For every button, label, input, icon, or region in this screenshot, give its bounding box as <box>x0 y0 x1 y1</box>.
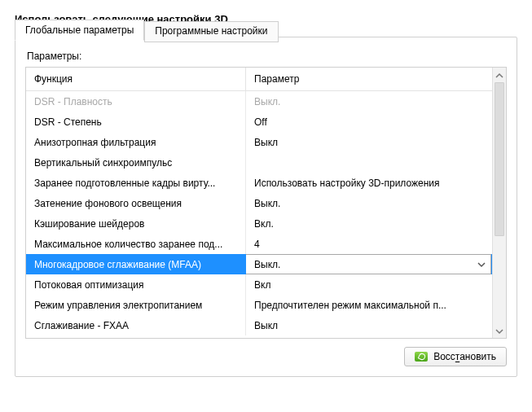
table-row[interactable]: Режим управления электропитаниемПредпочт… <box>26 295 492 315</box>
cell-parameter: Выкл <box>246 132 492 152</box>
scroll-thumb[interactable] <box>495 82 504 236</box>
scroll-up-arrow[interactable] <box>495 71 503 79</box>
settings-table: Функция Параметр DSR - ПлавностьВыкл.DSR… <box>25 67 507 339</box>
footer: Восстановить <box>25 347 507 366</box>
table-row[interactable]: Многокадровое сглаживание (MFAA)Выкл. <box>26 254 492 274</box>
table-row[interactable]: Кэширование шейдеровВкл. <box>26 213 492 234</box>
cell-parameter: Выкл <box>246 315 492 335</box>
cell-function: Режим управления электропитанием <box>26 295 246 315</box>
cell-function: Заранее подготовленные кадры вирту... <box>26 173 246 193</box>
tab-content: Глобальные параметры Программные настрой… <box>15 37 517 377</box>
params-label: Параметры: <box>27 50 507 62</box>
cell-parameter: 4 <box>246 234 492 254</box>
scroll-track[interactable] <box>493 82 506 323</box>
cell-function: Кэширование шейдеров <box>26 213 246 234</box>
vertical-scrollbar[interactable] <box>492 68 506 338</box>
table-row[interactable]: Сглаживание - FXAAВыкл <box>26 315 492 335</box>
table-row[interactable]: DSR - ПлавностьВыкл. <box>26 91 492 112</box>
table-row[interactable]: Анизотропная фильтрацияВыкл <box>26 132 492 152</box>
cell-parameter: Использовать настройку 3D-приложения <box>246 173 492 193</box>
restore-button[interactable]: Восстановить <box>404 347 507 366</box>
tabstrip: Глобальные параметры Программные настрой… <box>15 20 279 41</box>
cell-function: Многокадровое сглаживание (MFAA) <box>26 254 246 274</box>
tab-global[interactable]: Глобальные параметры <box>15 20 144 41</box>
cell-parameter: Off <box>246 112 492 132</box>
cell-parameter: Выкл. <box>246 91 492 112</box>
cell-parameter <box>246 152 492 173</box>
cell-parameter: Вкл. <box>246 213 492 234</box>
cell-function: Вертикальный синхроимпульс <box>26 152 246 173</box>
table-row[interactable]: Потоковая оптимизацияВкл <box>26 274 492 295</box>
cell-function: Потоковая оптимизация <box>26 274 246 295</box>
cell-function: Сглаживание - FXAA <box>26 315 246 335</box>
cell-parameter-dropdown[interactable]: Выкл. <box>246 254 491 274</box>
cell-function: Максимальное количество заранее под... <box>26 234 246 254</box>
cell-function: Затенение фонового освещения <box>26 193 246 213</box>
table-row[interactable]: Вертикальный синхроимпульс <box>26 152 492 173</box>
cell-parameter: Вкл <box>246 274 492 295</box>
table-row[interactable]: Затенение фонового освещенияВыкл. <box>26 193 492 213</box>
chevron-down-icon[interactable] <box>477 261 486 269</box>
tab-program-label: Программные настройки <box>155 25 267 37</box>
table-row[interactable]: Максимальное количество заранее под...4 <box>26 234 492 254</box>
tab-global-label: Глобальные параметры <box>25 24 134 36</box>
settings-panel: Использовать следующие настройки 3D. Гло… <box>0 0 532 384</box>
table-row[interactable]: Заранее подготовленные кадры вирту...Исп… <box>26 173 492 193</box>
tab-program[interactable]: Программные настройки <box>144 21 278 42</box>
restore-button-label: Восстановить <box>433 351 496 362</box>
table-row[interactable]: DSR - СтепеньOff <box>26 112 492 132</box>
scroll-down-arrow[interactable] <box>495 327 503 335</box>
table-body: Функция Параметр DSR - ПлавностьВыкл.DSR… <box>26 68 492 338</box>
col-parameter[interactable]: Параметр <box>246 68 492 90</box>
nvidia-icon <box>415 352 428 362</box>
cell-function: DSR - Плавность <box>26 91 246 112</box>
cell-function: DSR - Степень <box>26 112 246 132</box>
cell-function: Анизотропная фильтрация <box>26 132 246 152</box>
table-header: Функция Параметр <box>26 68 492 91</box>
cell-parameter: Выкл. <box>246 193 492 213</box>
cell-parameter: Предпочтителен режим максимальной п... <box>246 295 492 315</box>
table-rows: DSR - ПлавностьВыкл.DSR - СтепеньOffАниз… <box>26 91 492 335</box>
col-function[interactable]: Функция <box>26 68 246 90</box>
